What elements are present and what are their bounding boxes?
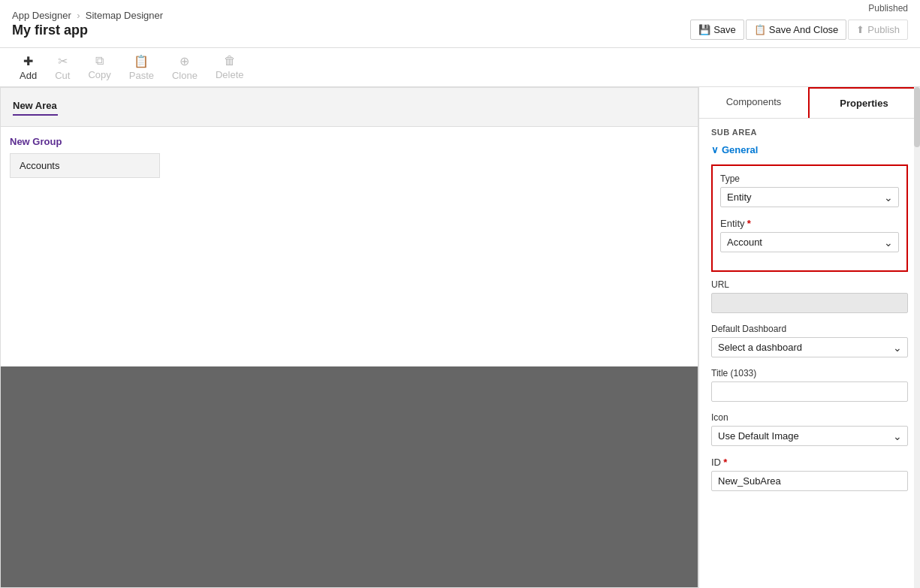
icon-select[interactable]: Use Default Image Custom Icon (711, 426, 908, 446)
top-actions: 💾 Save 📋 Save And Close ⬆ Publish (690, 20, 908, 40)
collapse-icon: ∨ (711, 144, 719, 155)
canvas-body: New Group Accounts (1, 127, 698, 366)
panel-tabs: Components Properties (699, 87, 920, 119)
subarea-item[interactable]: Accounts (10, 153, 160, 178)
title-input[interactable] (711, 381, 908, 402)
add-tool[interactable]: ✚ Add (12, 51, 44, 84)
area-title: New Area (13, 100, 57, 111)
breadcrumb-part2[interactable]: Sitemap Designer (86, 10, 163, 21)
delete-tool[interactable]: 🗑 Delete (208, 51, 252, 83)
cut-label: Cut (55, 70, 70, 81)
scrollbar-thumb[interactable] (914, 87, 920, 147)
save-close-icon: 📋 (754, 24, 766, 35)
scrollbar-track[interactable] (914, 87, 920, 588)
type-label: Type (720, 173, 899, 184)
dashboard-select-wrapper: Select a dashboard (711, 337, 908, 357)
paste-tool[interactable]: 📋 Paste (122, 51, 161, 84)
url-input[interactable] (711, 293, 908, 313)
top-bar-left: App Designer › Sitemap Designer My first… (12, 10, 163, 38)
save-and-close-button[interactable]: 📋 Save And Close (746, 20, 847, 40)
top-bar: App Designer › Sitemap Designer My first… (0, 0, 920, 48)
paste-label: Paste (129, 70, 154, 81)
section-title: SUB AREA (711, 128, 908, 137)
copy-tool[interactable]: ⧉ Copy (80, 51, 118, 83)
copy-icon: ⧉ (95, 54, 104, 68)
url-field-group: URL (711, 279, 908, 313)
type-entity-box: Type Entity URL Web Resource Custom Rule… (711, 164, 908, 272)
save-icon: 💾 (698, 24, 710, 35)
title-field-group: Title (1033) (711, 368, 908, 402)
main-content: New Area New Group Accounts Components P… (0, 87, 920, 588)
dashboard-label: Default Dashboard (711, 324, 908, 334)
entity-field-group: Entity * Account Contact Lead Opportunit… (720, 218, 899, 252)
dashboard-field-group: Default Dashboard Select a dashboard (711, 324, 908, 357)
clone-label: Clone (172, 70, 198, 81)
cut-icon: ✂ (58, 54, 68, 68)
area-underline (13, 114, 58, 116)
panel-content: SUB AREA ∨ General Type Entity URL Web R… (699, 119, 920, 588)
icon-select-wrapper: Use Default Image Custom Icon (711, 426, 908, 446)
area-header: New Area (1, 88, 698, 127)
publish-label: Publish (867, 24, 900, 35)
title-label: Title (1033) (711, 368, 908, 378)
entity-select-wrapper: Account Contact Lead Opportunity (720, 232, 899, 252)
group-header[interactable]: New Group (10, 136, 689, 147)
id-label: ID * (711, 457, 908, 468)
icon-label: Icon (711, 412, 908, 423)
tab-components[interactable]: Components (699, 87, 808, 118)
publish-button[interactable]: ⬆ Publish (848, 20, 908, 40)
publish-icon: ⬆ (856, 24, 864, 35)
entity-select[interactable]: Account Contact Lead Opportunity (720, 232, 899, 252)
url-label: URL (711, 279, 908, 290)
published-label: Published (868, 3, 908, 14)
clone-tool[interactable]: ⊕ Clone (164, 51, 205, 84)
general-collapse[interactable]: ∨ General (711, 144, 908, 155)
general-label: General (722, 144, 758, 155)
toolbar: ✚ Add ✂ Cut ⧉ Copy 📋 Paste ⊕ Clone 🗑 Del… (0, 48, 920, 87)
right-panel: Components Properties SUB AREA ∨ General… (698, 87, 920, 588)
canvas-gray-area (1, 366, 698, 588)
icon-field-group: Icon Use Default Image Custom Icon (711, 412, 908, 446)
type-select[interactable]: Entity URL Web Resource Custom Rule (720, 187, 899, 207)
save-close-label: Save And Close (769, 24, 839, 35)
paste-icon: 📋 (134, 54, 149, 68)
app-title: My first app (12, 23, 163, 38)
entity-label: Entity * (720, 218, 899, 229)
save-label: Save (713, 24, 736, 35)
delete-icon: 🗑 (224, 54, 236, 68)
clone-icon: ⊕ (179, 54, 189, 68)
type-select-wrapper: Entity URL Web Resource Custom Rule (720, 187, 899, 207)
add-label: Add (20, 70, 37, 81)
copy-label: Copy (88, 69, 110, 80)
save-button[interactable]: 💾 Save (690, 20, 744, 40)
breadcrumb-part1[interactable]: App Designer (12, 10, 71, 21)
delete-label: Delete (216, 69, 244, 80)
entity-required-star: * (747, 218, 751, 229)
id-input[interactable] (711, 471, 908, 491)
cut-tool[interactable]: ✂ Cut (47, 51, 77, 84)
tab-properties[interactable]: Properties (808, 87, 920, 118)
breadcrumb: App Designer › Sitemap Designer (12, 10, 163, 21)
canvas: New Area New Group Accounts (0, 87, 698, 588)
type-field-group: Type Entity URL Web Resource Custom Rule (720, 173, 899, 207)
add-icon: ✚ (23, 54, 33, 68)
id-required-star: * (723, 457, 727, 468)
id-field-group: ID * (711, 457, 908, 491)
breadcrumb-sep: › (77, 10, 80, 21)
dashboard-select[interactable]: Select a dashboard (711, 337, 908, 357)
